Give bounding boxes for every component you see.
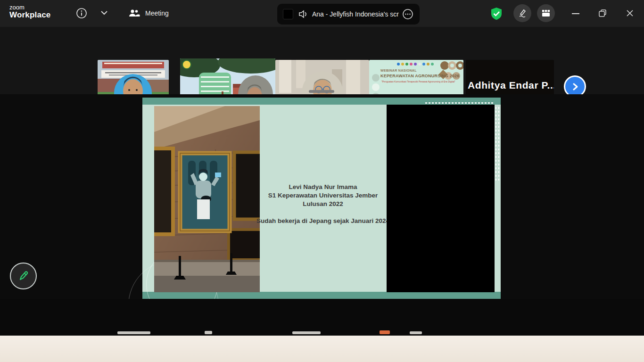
slide-video-placeholder <box>387 105 495 292</box>
participant-display-name: Adhitya Endar P... <box>468 80 554 91</box>
meeting-info-button[interactable] <box>75 7 88 19</box>
view-dropdown-button[interactable] <box>100 10 108 16</box>
slide-text-work: Sudah bekerja di Jepang sejak Januari 20… <box>256 217 390 225</box>
tab-shared-screen[interactable]: Ana - Jellyfish Indonesia's scr <box>277 4 420 25</box>
poster-title-line1: WEBINAR NASIONAL <box>380 69 417 72</box>
tab-meeting[interactable]: Meeting <box>128 8 169 19</box>
slide-dash-decoration <box>425 102 494 104</box>
annotate-pen-button[interactable] <box>513 4 531 22</box>
share-thumbnail <box>283 9 293 19</box>
slide-text-graduation: Lulusan 2022 <box>256 200 390 208</box>
security-shield-button[interactable] <box>489 7 504 23</box>
museum-photo-art <box>154 106 260 292</box>
slide-text-block: Levi Nadya Nur Imama S1 Keperawatan Univ… <box>256 183 390 225</box>
restore-button[interactable] <box>595 7 610 20</box>
slide-dot-decoration <box>495 106 500 181</box>
background-window-fragment <box>380 330 390 334</box>
close-button[interactable] <box>623 7 637 20</box>
green-pencil-icon <box>17 270 30 282</box>
background-window-fragment <box>205 331 212 334</box>
chevron-right-icon <box>570 82 580 91</box>
filmstrip-resize-handle[interactable] <box>309 90 334 93</box>
logo-line-zoom: zoom <box>9 4 50 11</box>
zoom-meeting-window: zoom Workplace Meeting <box>0 0 644 362</box>
slide-text-gap <box>256 208 390 217</box>
title-bar: zoom Workplace Meeting <box>0 0 644 27</box>
presentation-slide: Levi Nadya Nur Imama S1 Keperawatan Univ… <box>142 98 501 299</box>
background-window-fragment <box>117 331 150 334</box>
restore-icon <box>598 9 607 17</box>
pencil-icon <box>517 8 528 18</box>
info-icon <box>75 7 88 19</box>
slide-text-degree: S1 Keperawatan Universitas Jember <box>256 191 390 200</box>
meeting-toolbar: Audio Video 27 P <box>0 299 644 336</box>
minimize-icon <box>572 13 579 15</box>
audio-playing-icon <box>298 9 308 19</box>
zoom-workplace-logo: zoom Workplace <box>9 4 50 20</box>
poster-subtitle: "Penguatan Komunikasi Terapeutik Perawat… <box>381 80 455 83</box>
tab-options-ellipsis-icon[interactable] <box>402 8 414 20</box>
slide-text-name: Levi Nadya Nur Imama <box>256 183 390 191</box>
tab-meeting-label: Meeting <box>145 9 169 17</box>
chevron-down-icon <box>100 10 108 16</box>
annotation-fab-button[interactable] <box>10 263 37 289</box>
video-filmstrip: Rokhani <box>0 27 644 94</box>
apps-button[interactable] <box>537 4 555 22</box>
close-icon <box>626 9 634 17</box>
apps-icon <box>541 8 551 18</box>
background-window-fragment <box>292 331 321 334</box>
tab-shared-screen-label: Ana - Jellyfish Indonesia's scr <box>312 10 399 18</box>
museum-portrait-photo <box>154 106 260 292</box>
minimize-button[interactable] <box>569 8 583 19</box>
poster-title-line2: KEPERAWATAN AGRONURSING 2026 <box>380 74 459 78</box>
shared-screen-stage: Levi Nadya Nur Imama S1 Keperawatan Univ… <box>0 94 644 299</box>
logo-line-workplace: Workplace <box>9 11 50 20</box>
shield-check-icon <box>489 7 504 21</box>
windows-taskbar: Search <box>0 336 644 362</box>
background-window-fragment <box>410 331 422 334</box>
meeting-people-icon <box>128 8 140 19</box>
